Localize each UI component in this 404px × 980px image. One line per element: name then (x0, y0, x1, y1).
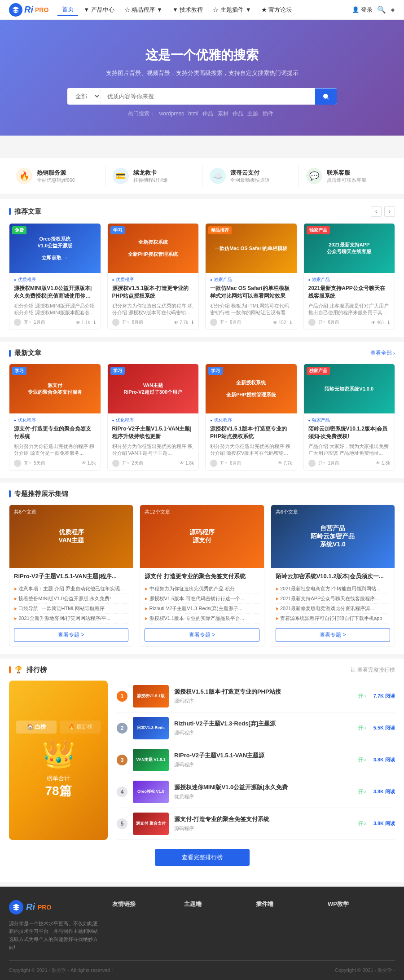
topic-count: 共12个文章 (145, 509, 170, 515)
card-desc: 积分努力为你征造出完优秀的程序 积分介绍 源支付是一款免签服务... (14, 443, 96, 457)
service-title-1: 热销服务源 (37, 169, 75, 177)
ranking-item[interactable]: 2 日本V1.3-Reds Rizhuti-V2子主题V1.3-Reds[弃]主… (117, 712, 395, 744)
rank-thumbnail: VAN主题 V1.5.1 (133, 749, 169, 771)
topic-list-item[interactable]: 源授权V1.5版本-可在代码密钥行行这一个... (145, 594, 259, 604)
service-hotsales[interactable]: 🔥 热销服务源 全站优惠码ytf666 (9, 165, 105, 187)
article-card[interactable]: 全新授权系统全新PHP授权管理系统 学习 优化程序 源授权V1.5.1版本-打造… (205, 364, 297, 470)
card-category: 独家产品 (308, 277, 391, 283)
ranking-item[interactable]: 5 源支付 聚合支付 源支付-打造专业的聚合免签支付系统 源码程序 开○ 3.8… (117, 808, 395, 840)
chat-icon: 💬 (306, 168, 322, 184)
hot-tag[interactable]: html (188, 110, 198, 117)
ranking-content: 🏠 白榜 🔥 最新榜 👑 榜单合计 78篇 1 源授权V1.5.1版 源授权V1… (9, 681, 395, 840)
author-avatar (210, 460, 217, 467)
nav-home[interactable]: 首页 (57, 4, 78, 16)
topics-title: 专题推荐展示集锦 (9, 490, 68, 498)
hot-tag[interactable]: 插件 (263, 110, 273, 117)
recommended-section: 推荐文章 ‹ › Oreo授权系统V1.0公益开源版立即获取 → 免费 优质程序… (0, 199, 404, 337)
hot-tag[interactable]: 素材 (218, 110, 228, 117)
ranking-item[interactable]: 3 VAN主题 V1.5.1 RiPro-V2子主题V1.5.1-VAN主题源 … (117, 744, 395, 776)
article-card[interactable]: 一款仿Mac OS Safari的单栏模板 精品推荐 独家产品 一款仿Mac O… (205, 223, 297, 330)
topic-list-item[interactable]: 2021最新修复版电竞游戏比分资讯程序源... (276, 604, 390, 614)
nav-forum[interactable]: ★ 官方论坛 (257, 4, 297, 16)
article-card[interactable]: 全新授权系统全新PHP授权管理系统 学习 优质程序 源授权V1.5.1版本-打造… (107, 223, 199, 330)
topic-card[interactable]: 共6个文章 优质程序VAN主题 RiPro-V2子主题V1.5.1-VAN主题|… (9, 505, 133, 647)
topic-list-item[interactable]: 2021全新升源地客网/打笑网网站程序/平... (14, 614, 128, 624)
article-card[interactable]: 陌岭云加密系统V1.0.0 独家产品 独家产品 陌岭云加密系统V10.1.2版本… (303, 364, 395, 470)
search-category-select[interactable]: 全部 程序 教程 (67, 88, 101, 105)
view-all-link[interactable]: 查看全部 › (370, 349, 395, 357)
ranking-tab-hot[interactable]: 🏠 白榜 (16, 721, 57, 734)
author-name: 开○ (24, 319, 31, 325)
topic-title: 源支付 打造更专业的聚合免签支付系统 (145, 572, 259, 580)
topic-list-item[interactable]: 口袋导航--一款简洁HTML网站导航程序 (14, 604, 128, 614)
prev-arrow[interactable]: ‹ (371, 206, 382, 217)
ranking-trophy: 🏠 白榜 🔥 最新榜 👑 榜单合计 78篇 (9, 681, 108, 840)
topics-section: 专题推荐展示集锦 共6个文章 优质程序VAN主题 RiPro-V2子主题V1.5… (0, 483, 404, 654)
card-badge: 学习 (208, 367, 223, 375)
topic-list: 注意事项：主题 介绍 乔业自动化他已往年实现了源授权系统! 接着整份MINI版V… (14, 584, 128, 624)
topic-list-item[interactable]: 2021最新社交电商官方|个转能自用领到网站... (276, 584, 390, 594)
nav-tutorials[interactable]: ▼ 技术教程 (168, 4, 207, 16)
latest-section: 最新文章 查看全部 › 源支付专业的聚合免签支付服务 学习 优化程序 源支付-打… (0, 342, 404, 478)
rank-stats: 开○ 3.8K 阅读 (358, 756, 395, 763)
hot-tag[interactable]: 作品 (233, 110, 243, 117)
hot-tag[interactable]: wordpress (159, 110, 184, 117)
rank-category: 源码程序 (174, 825, 194, 832)
ranking-view-more[interactable]: 让 查看完整排行榜 (351, 666, 395, 674)
topic-card[interactable]: 共12个文章 源码程序源支付 源支付 打造更专业的聚合免签支付系统 中程努力为你… (140, 505, 264, 647)
hot-tag[interactable]: 主题 (247, 110, 258, 117)
nav-programs[interactable]: ☆ 精品程序 ▼ (120, 4, 167, 16)
article-card[interactable]: Oreo授权系统V1.0公益开源版立即获取 → 免费 优质程序 源授权MINI版… (9, 223, 101, 330)
article-card[interactable]: 2021最新支持APP公众号聊天在线客服 独家产品 独家产品 2021最新支持A… (303, 223, 395, 330)
card-badge: 学习 (12, 367, 26, 375)
view-all-ranking-button[interactable]: 查看完整排行榜 (155, 849, 250, 866)
topic-list-item[interactable]: 接着整份MINI版V1.0公益开源版|永久免费! (14, 594, 128, 604)
topic-thumbnail: 共6个文章 自营产品陌岭云加密产品系统V1.0 (271, 505, 395, 568)
nav-products[interactable]: ▼ 产品中心 (79, 4, 119, 16)
topic-list-item[interactable]: 2021最新支持APP公众号聊天在线客服程序... (276, 594, 390, 604)
hotfire-icon: 🔥 (16, 168, 32, 184)
article-card[interactable]: 源支付专业的聚合免签支付服务 学习 优化程序 源支付-打造更专业的聚合免签支付系… (9, 364, 101, 470)
ranking-tab-new[interactable]: 🔥 最新榜 (60, 721, 101, 734)
ranking-item[interactable]: 1 源授权V1.5.1版 源授权V1.5.1版本-打造更专业的PHP站接 源码程… (117, 681, 395, 712)
topic-list-item[interactable]: 注意事项：主题 介绍 乔业自动化他已往年实现了源授权系统! (14, 584, 128, 594)
topic-view-button[interactable]: 查看专题 > (14, 628, 128, 642)
nav-links: 首页 ▼ 产品中心 ☆ 精品程序 ▼ ▼ 技术教程 ☆ 主题插件 ▼ ★ 官方论… (57, 4, 352, 16)
card-title: 源授权MINI版V1.0公益开源版本|永久免费授权|充值商城使用你的积分领取新版… (14, 285, 96, 300)
hot-tag[interactable]: 作品 (202, 110, 213, 117)
site-logo[interactable]: Ri PRO (9, 3, 48, 17)
search-input[interactable] (101, 88, 315, 104)
rank-meta: 源码程序 (174, 825, 353, 832)
service-support[interactable]: 💬 联系客服 点击即可联系客服 (299, 165, 395, 187)
article-card[interactable]: VAN主题RiPro-V2超过了300个用户 学习 优化程序 RiPro-V2子… (107, 364, 199, 470)
card-meta: 开○ 6月前 👁 461 ⬇ (308, 319, 391, 326)
topic-list-item[interactable]: 源授权V1.1版本-专业的实际产品品质平台... (145, 614, 259, 624)
theme-toggle-icon[interactable]: ● (391, 6, 395, 14)
service-card[interactable]: 💳 续龙救卡 任你彻程处理难 (105, 165, 202, 187)
recommended-grid: Oreo授权系统V1.0公益开源版立即获取 → 免费 优质程序 源授权MINI版… (9, 223, 395, 330)
rank-open: 开○ (358, 820, 366, 827)
topic-list-item[interactable]: 中程努力为你征造出完优秀的产品 积分 (145, 584, 259, 594)
topic-view-button[interactable]: 查看专题 > (145, 628, 259, 642)
ranking-item[interactable]: 4 Oreo授权 V1.0 源授权迷你MINI版V1.0公益开源版|永久免费 优… (117, 776, 395, 808)
search-icon[interactable]: 🔍 (377, 5, 386, 14)
post-time: 1月前 (34, 319, 45, 325)
topics-grid: 共6个文章 优质程序VAN主题 RiPro-V2子主题V1.5.1-VAN主题|… (9, 505, 395, 647)
rank-views: 3.8K 阅读 (373, 820, 395, 827)
login-button[interactable]: 👤 登录 (352, 6, 373, 14)
next-arrow[interactable]: › (384, 206, 395, 217)
arrow-right-icon: › (393, 350, 395, 356)
footer-col-title: 插件端 (256, 900, 323, 908)
footer: Ri PRO 源分学是一个技术水平更高、不仅如此更新的技术学习平台，并与制作主题… (0, 887, 404, 980)
topic-list-item[interactable]: 查着源系统源程序可自行打印自行下载手机app (276, 614, 390, 624)
author-name: 开○ (220, 460, 227, 466)
topic-view-button[interactable]: 查看专题 > (276, 628, 390, 642)
topic-card[interactable]: 共6个文章 自营产品陌岭云加密产品系统V1.0 陌岭云加密系统V10.1.2版本… (271, 505, 395, 647)
footer-col-3: 插件端 (256, 900, 323, 913)
rank-meta: 源码程序 (174, 730, 353, 736)
search-button[interactable] (315, 88, 337, 105)
rank-info: 源支付-打造专业的聚合免签支付系统 源码程序 (174, 815, 353, 832)
nav-themes[interactable]: ☆ 主题插件 ▼ (208, 4, 255, 16)
service-payment[interactable]: ☁️ 滚哥云支付 全网最稳极快通道 (202, 165, 299, 187)
topic-list-item[interactable]: Rizhuti-V2子主题V1.3-Reds(弃)主题源子... (145, 604, 259, 614)
